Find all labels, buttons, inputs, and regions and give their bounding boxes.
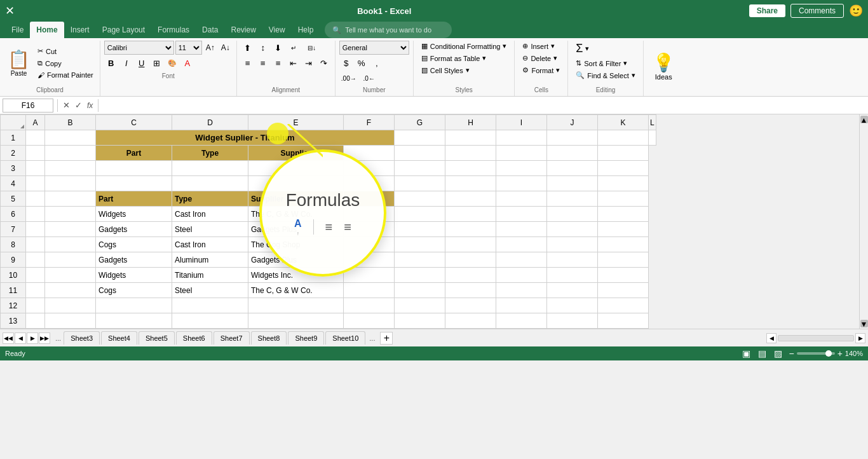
underline-button[interactable]: U (135, 56, 149, 70)
zoom-out-button[interactable]: − (789, 348, 794, 359)
col-header-c[interactable]: C (96, 115, 172, 130)
scroll-right-button[interactable]: ▶ (855, 333, 865, 343)
row-header-11[interactable]: 11 (1, 283, 26, 298)
sheet-tab-sheet3[interactable]: Sheet3 (64, 331, 100, 345)
tab-view[interactable]: View (262, 22, 292, 38)
font-name-select[interactable]: Calibri (104, 41, 174, 55)
font-size-select[interactable]: 11 (175, 41, 202, 55)
scroll-left-button[interactable]: ◀ (766, 333, 776, 343)
bold-button[interactable]: B (104, 56, 118, 70)
search-box[interactable]: 🔍 Tell me what you want to do (325, 22, 452, 38)
cell-d11[interactable]: Steel (172, 283, 248, 298)
tab-data[interactable]: Data (196, 22, 224, 38)
align-bottom-button[interactable]: ⬇ (271, 41, 285, 55)
align-left-button[interactable]: ≡ (241, 56, 255, 70)
number-format-select[interactable]: General (339, 41, 409, 55)
cell-i1[interactable] (496, 130, 547, 146)
view-layout-button[interactable]: ▤ (757, 348, 768, 359)
border-button[interactable]: ⊞ (150, 56, 164, 70)
cell-c1[interactable]: Widget Suplier - Titanium (96, 130, 395, 146)
view-page-button[interactable]: ▨ (773, 348, 783, 359)
row-header-10[interactable]: 10 (1, 268, 26, 283)
currency-button[interactable]: $ (339, 56, 353, 70)
tab-home[interactable]: Home (30, 22, 64, 38)
cell-reference-input[interactable] (3, 99, 53, 113)
align-center-button[interactable]: ≡ (256, 56, 270, 70)
align-top-button[interactable]: ⬆ (241, 41, 255, 55)
cell-c6[interactable]: Widgets (96, 207, 172, 222)
cell-g1[interactable] (395, 130, 445, 146)
sheet-tab-sheet5[interactable]: Sheet5 (139, 331, 175, 345)
row-header-6[interactable]: 6 (1, 207, 26, 222)
copy-button[interactable]: ⧉ Copy (35, 58, 96, 69)
col-header-b[interactable]: B (45, 115, 96, 130)
sheet-tab-sheet10[interactable]: Sheet10 (325, 331, 365, 345)
row-header-8[interactable]: 8 (1, 237, 26, 252)
cell-l1[interactable] (649, 130, 656, 146)
tab-file[interactable]: File (5, 22, 30, 38)
cell-e9[interactable]: Gadgets Plus (248, 252, 344, 268)
cell-c2[interactable]: Part (96, 146, 172, 161)
row-header-1[interactable]: 1 (1, 130, 26, 146)
sheet-last-button[interactable]: ▶▶ (39, 332, 50, 344)
sheet-prev-button[interactable]: ◀ (15, 332, 26, 344)
ideas-button[interactable]: 💡 Ideas (648, 41, 680, 92)
col-header-d[interactable]: D (172, 115, 248, 130)
cell-e11[interactable]: The C, G & W Co. (248, 283, 344, 298)
fill-color-button[interactable]: 🎨 (165, 56, 179, 70)
cell-d9[interactable]: Aluminum (172, 252, 248, 268)
sheet-first-button[interactable]: ◀◀ (3, 332, 14, 344)
autosum-button[interactable]: Σ ▾ (572, 41, 639, 57)
cell-d7[interactable]: Steel (172, 222, 248, 237)
share-button[interactable]: Share (749, 4, 785, 17)
cell-e5[interactable]: Suppliler (248, 191, 344, 207)
cell-j1[interactable] (547, 130, 598, 146)
cell-e7[interactable]: Gadgets Plus (248, 222, 344, 237)
view-normal-button[interactable]: ▣ (741, 348, 752, 359)
align-right-button[interactable]: ≡ (271, 56, 285, 70)
insert-button[interactable]: ⊕ Insert ▾ (519, 41, 564, 51)
zoom-in-button[interactable]: + (837, 348, 843, 359)
sheet-tab-sheet9[interactable]: Sheet9 (288, 331, 324, 345)
cell-h1[interactable] (445, 130, 496, 146)
tab-insert[interactable]: Insert (64, 22, 96, 38)
cell-c7[interactable]: Gadgets (96, 222, 172, 237)
cell-d10[interactable]: Titanium (172, 268, 248, 283)
cell-c11[interactable]: Cogs (96, 283, 172, 298)
paste-button[interactable]: 📋 Paste (4, 46, 34, 79)
cell-d2[interactable]: Type (172, 146, 248, 161)
row-header-9[interactable]: 9 (1, 252, 26, 268)
sheet-more-right[interactable]: ... (367, 333, 377, 343)
sheet-tab-sheet4[interactable]: Sheet4 (101, 331, 137, 345)
row-header-5[interactable]: 5 (1, 191, 26, 207)
wrap-text-button[interactable]: ↵ (287, 41, 301, 55)
col-header-g[interactable]: G (395, 115, 445, 130)
add-sheet-button[interactable]: + (380, 332, 393, 345)
horizontal-scrollbar[interactable]: ◀ ▶ (766, 333, 865, 343)
insert-function-icon[interactable]: fx (86, 100, 94, 111)
col-header-i[interactable]: I (496, 115, 547, 130)
italic-button[interactable]: I (119, 56, 133, 70)
row-header-2[interactable]: 2 (1, 146, 26, 161)
cut-button[interactable]: ✂ Cut (35, 46, 96, 57)
cell-e10[interactable]: Widgets Inc. (248, 268, 344, 283)
sheet-tab-sheet8[interactable]: Sheet8 (251, 331, 287, 345)
text-direction-button[interactable]: ↷ (317, 56, 331, 70)
cell-d6[interactable]: Cast Iron (172, 207, 248, 222)
format-table-button[interactable]: ▤ Format as Table ▾ (417, 53, 511, 64)
col-header-a[interactable]: A (26, 115, 45, 130)
format-button[interactable]: ⚙ Format ▾ (519, 65, 564, 76)
increase-font-button[interactable]: A↑ (203, 41, 217, 55)
font-color-button[interactable]: A (180, 56, 194, 70)
indent-increase-button[interactable]: ⇥ (302, 56, 316, 70)
merge-button[interactable]: ⊟↓ (302, 41, 322, 55)
row-header-12[interactable]: 12 (1, 298, 26, 313)
tab-page-layout[interactable]: Page Layout (96, 22, 151, 38)
col-header-k[interactable]: K (598, 115, 649, 130)
delete-button[interactable]: ⊖ Delete ▾ (519, 53, 564, 64)
sheet-tab-sheet7[interactable]: Sheet7 (214, 331, 250, 345)
cell-e6[interactable]: The C, G & W Co. (248, 207, 344, 222)
decrease-font-button[interactable]: A↓ (219, 41, 233, 55)
tab-review[interactable]: Review (224, 22, 262, 38)
col-header-l[interactable]: L (649, 115, 656, 130)
